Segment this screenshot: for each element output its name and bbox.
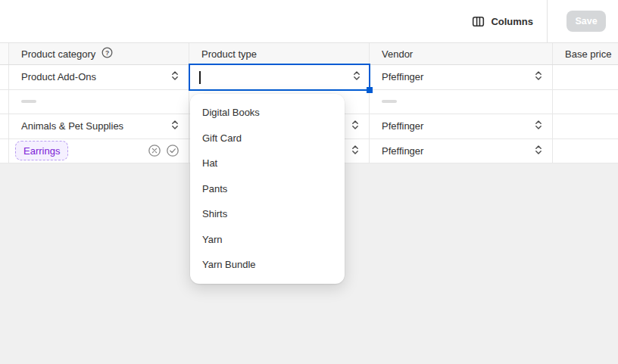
caret-updown-icon [351,120,360,132]
vendor-placeholder [370,90,553,114]
save-button[interactable]: Save [566,11,606,32]
base-price-cell[interactable] [553,65,618,89]
dropdown-option[interactable]: Digital Books [190,100,345,126]
column-header-product-type: Product type [189,43,370,64]
caret-updown-icon [534,120,543,132]
base-price-cell[interactable] [553,139,618,163]
vendor-select[interactable]: Pfeffinger [370,114,553,138]
svg-text:?: ? [105,49,109,57]
base-price-cell [553,90,618,114]
caret-updown-icon [170,120,179,132]
row-handle [0,90,9,114]
column-header-vendor: Vendor [370,43,553,64]
columns-button[interactable]: Columns [464,9,541,34]
column-header-base-price: Base price [553,43,618,64]
dropdown-option[interactable]: Hat [190,151,345,176]
vendor-select[interactable]: Pfeffinger [370,139,553,163]
product-category-value: Product Add-Ons [21,71,96,82]
bulk-editor-screen: Columns Save Product category ? [0,0,618,364]
row-handle-header [0,43,9,64]
dropdown-option[interactable]: Gift Card [190,126,345,151]
base-price-header-label: Base price [565,48,611,60]
vendor-value: Pfeffinger [382,71,423,82]
caret-updown-icon [534,70,543,83]
product-type-header-label: Product type [201,48,257,60]
dropdown-option[interactable]: Yarn [190,227,345,253]
text-cursor [199,71,201,84]
table-header-row: Product category ? Product type Vendor B… [0,43,618,65]
column-header-product-category: Product category ? [9,43,189,64]
suggestion-actions [148,144,179,157]
dropdown-option[interactable]: Pants [190,176,345,202]
topbar: Columns Save [0,0,618,43]
row-handle [0,114,9,138]
columns-icon [472,15,485,28]
placeholder-dash [21,100,36,103]
product-category-select[interactable]: Animals & Pet Supplies [9,114,189,138]
topbar-actions: Columns Save [464,0,618,42]
caret-updown-icon [352,70,361,84]
caret-updown-icon [170,70,179,83]
placeholder-dash [382,100,397,103]
product-category-header-label: Product category [21,48,95,60]
focused-product-type-input[interactable] [189,64,370,91]
row-handle [0,65,9,89]
dropdown-option[interactable]: Shirts [190,201,345,227]
check-circle-icon[interactable] [166,144,179,157]
product-category-select[interactable]: Product Add-Ons [9,65,189,89]
category-suggestion-tag[interactable]: Earrings [15,141,68,160]
columns-button-label: Columns [491,16,533,27]
topbar-divider [547,0,548,42]
product-type-dropdown: Digital Books Gift Card Hat Pants Shirts… [190,94,345,284]
row-handle [0,139,9,163]
product-category-placeholder [9,90,189,114]
vendor-header-label: Vendor [382,48,413,60]
base-price-cell[interactable] [553,114,618,138]
caret-updown-icon [351,145,360,157]
product-category-value: Animals & Pet Supplies [21,120,123,132]
fill-handle[interactable] [367,87,373,93]
vendor-select[interactable]: Pfeffinger [370,65,553,89]
vendor-value: Pfeffinger [382,145,423,157]
x-circle-icon[interactable] [148,144,161,157]
vendor-value: Pfeffinger [382,120,423,132]
help-circle-icon[interactable]: ? [101,47,113,61]
product-category-suggestion-cell: Earrings [9,139,189,163]
dropdown-option[interactable]: Yarn Bundle [190,252,345,278]
caret-updown-icon [534,145,543,157]
